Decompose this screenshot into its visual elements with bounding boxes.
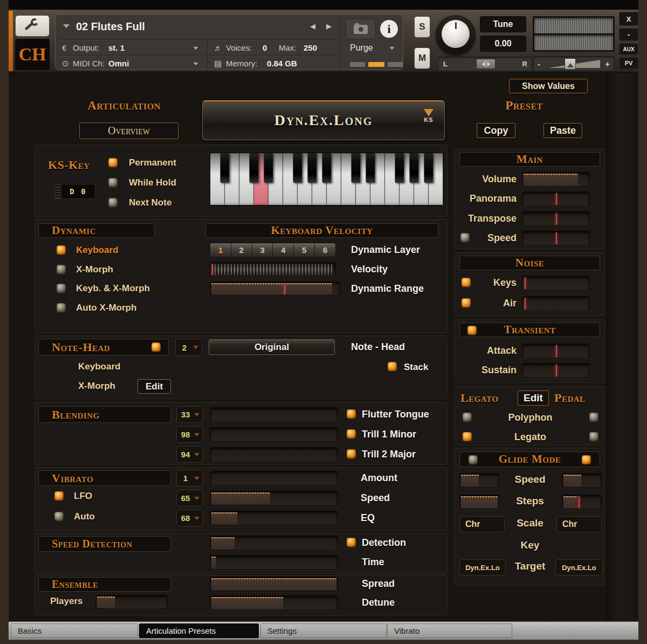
sustain-slider[interactable] [522, 363, 590, 378]
dynamic-xmorph-radio[interactable] [57, 265, 66, 274]
detection-radio[interactable] [347, 538, 356, 547]
key-black[interactable] [366, 153, 375, 183]
main-speed-slider[interactable] [522, 231, 590, 246]
players-slider[interactable] [95, 595, 168, 609]
ks-mode-next-note-radio[interactable] [108, 198, 118, 207]
copy-button[interactable]: Copy [477, 123, 515, 138]
key-black[interactable] [395, 153, 404, 183]
ks-caret[interactable]: KS [422, 109, 436, 123]
layer-button-3[interactable]: 3 [252, 243, 273, 257]
time-slider[interactable] [210, 555, 338, 570]
info-button[interactable] [380, 20, 398, 38]
trill-2-major-radio[interactable] [347, 449, 356, 458]
spread-slider[interactable] [210, 577, 338, 592]
minimize-button[interactable]: - [619, 28, 638, 41]
panorama-slider[interactable] [522, 191, 590, 207]
mute-button[interactable]: M [414, 47, 430, 69]
volume-control[interactable]: - + [533, 56, 615, 71]
blending-slider-2[interactable] [210, 427, 338, 442]
volume-handle[interactable] [565, 58, 576, 70]
tab-settings[interactable]: Settings [260, 624, 387, 638]
velocity-slider[interactable] [210, 262, 336, 277]
glide-steps-right-slider[interactable] [562, 495, 602, 510]
blending-value-3[interactable]: 94 [176, 446, 203, 463]
detune-slider[interactable] [210, 595, 338, 611]
purge-label[interactable]: Purge [350, 40, 373, 56]
key-black[interactable] [424, 153, 433, 183]
note-head-variant-button[interactable]: Original [209, 339, 335, 355]
ks-keyboard[interactable] [210, 153, 444, 205]
tab-basics[interactable]: Basics [11, 624, 138, 638]
transient-enable-radio[interactable] [467, 326, 477, 335]
key-black[interactable] [264, 153, 273, 183]
key-black[interactable] [352, 153, 361, 183]
glide-steps-left-slider[interactable] [459, 495, 499, 510]
flutter-tongue-radio[interactable] [347, 409, 356, 419]
polyphon-right-radio[interactable] [589, 413, 598, 422]
vibrato-speed-dropdown[interactable]: 65 [176, 490, 203, 506]
tune-value-box[interactable]: 0.00 [480, 36, 526, 52]
pan-handle[interactable] [476, 59, 495, 69]
dynamic-auto-xmorph-radio[interactable] [57, 303, 66, 312]
key-black[interactable] [293, 153, 302, 183]
edit-instrument-button[interactable] [15, 15, 50, 37]
solo-button[interactable]: S [414, 16, 430, 38]
prev-instrument-icon[interactable]: ◀ [310, 15, 315, 38]
tab-vibrato[interactable]: Vibrato [387, 624, 512, 638]
tune-knob[interactable] [442, 20, 470, 48]
layer-button-6[interactable]: 6 [315, 243, 335, 257]
midi-value[interactable]: Omni [108, 56, 129, 72]
blending-value-1[interactable]: 33 [176, 406, 203, 423]
blending-value-2[interactable]: 98 [176, 426, 203, 443]
instrument-name[interactable]: 02 Flutes Full [76, 15, 145, 38]
pan-control[interactable]: L R [438, 57, 533, 71]
blending-slider-3[interactable] [210, 447, 338, 462]
layer-button-5[interactable]: 5 [294, 243, 315, 257]
glide-scale-left-dropdown[interactable]: Chr [459, 516, 505, 532]
ks-mode-while-hold-radio[interactable] [108, 178, 118, 187]
glide-right-radio[interactable] [582, 455, 591, 464]
paste-button[interactable]: Paste [543, 123, 582, 138]
key-black[interactable] [221, 153, 230, 183]
overview-button[interactable]: Overview [79, 122, 178, 139]
transpose-slider[interactable] [522, 211, 590, 227]
ks-mode-permanent-radio[interactable] [108, 158, 118, 167]
tab-articulation-presets[interactable]: Articulation Presets [139, 624, 259, 638]
glide-left-radio[interactable] [469, 455, 478, 464]
noise-keys-slider[interactable] [522, 276, 590, 291]
output-value[interactable]: st. 1 [108, 40, 125, 56]
vibrato-eq-dropdown[interactable]: 68 [176, 510, 203, 526]
next-instrument-icon[interactable]: ▶ [326, 15, 332, 38]
volume-minus-label[interactable]: - [538, 59, 540, 68]
key-black[interactable] [410, 153, 419, 183]
note-head-enable-radio[interactable] [152, 342, 161, 352]
legato-edit-button[interactable]: Edit [518, 390, 549, 406]
glide-speed-left-slider[interactable] [459, 473, 499, 488]
instrument-menu-caret-icon[interactable] [63, 24, 70, 28]
snapshot-button[interactable] [346, 19, 376, 39]
key-black[interactable] [308, 153, 317, 183]
vibrato-amount-slider[interactable] [210, 471, 338, 486]
note-head-count-dropdown[interactable]: 2 [175, 339, 202, 356]
show-values-button[interactable]: Show Values [509, 79, 588, 93]
glide-speed-right-slider[interactable] [562, 473, 602, 488]
vibrato-lfo-radio[interactable] [54, 491, 64, 501]
xmorph-edit-button[interactable]: Edit [137, 379, 171, 394]
purge-caret-icon[interactable] [389, 47, 395, 50]
legato-right-radio[interactable] [589, 432, 598, 441]
dynamic-layer-selector[interactable]: 1 2 3 4 5 6 [210, 243, 336, 257]
layer-button-4[interactable]: 4 [273, 243, 294, 257]
dynamic-keyb-xmorph-radio[interactable] [57, 284, 66, 293]
close-button[interactable]: X [619, 12, 638, 26]
ks-key-display[interactable]: D 0 [54, 184, 95, 199]
main-volume-slider[interactable] [522, 172, 590, 187]
glide-target-right-button[interactable]: Dyn.Ex.Lo [555, 559, 603, 576]
output-caret-icon[interactable] [193, 47, 198, 50]
aux-button[interactable]: AUX [619, 43, 638, 55]
vibrato-speed-slider[interactable] [210, 491, 338, 506]
max-voices-value[interactable]: 250 [304, 40, 317, 56]
dynamic-keyboard-radio[interactable] [57, 245, 66, 255]
attack-slider[interactable] [522, 344, 590, 359]
stack-radio[interactable] [388, 362, 397, 371]
midi-caret-icon[interactable] [193, 63, 198, 66]
